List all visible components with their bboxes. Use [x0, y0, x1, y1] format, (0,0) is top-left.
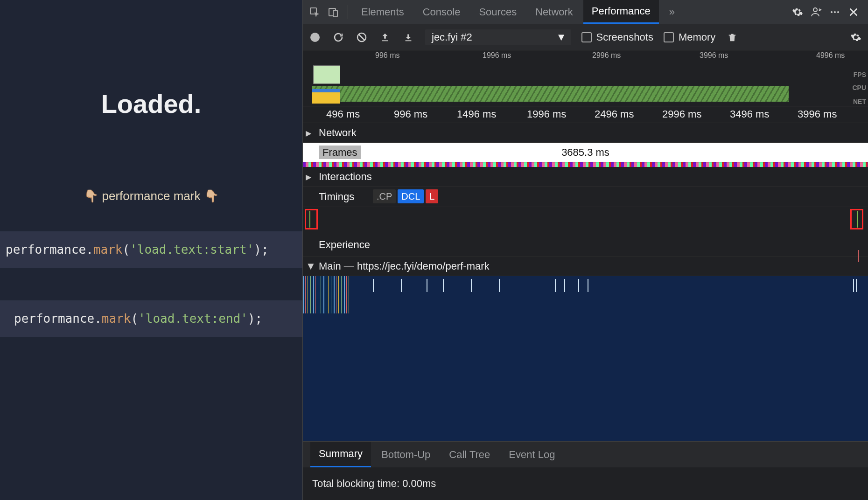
tab-sources[interactable]: Sources: [470, 0, 525, 24]
capture-settings-icon[interactable]: [849, 31, 862, 44]
highlight-box-start: [305, 209, 318, 229]
upload-button[interactable]: [378, 31, 392, 44]
page-heading: Loaded.: [0, 89, 302, 119]
tab-network[interactable]: Network: [527, 0, 581, 24]
code-token-dot: .: [86, 243, 93, 257]
tab-performance[interactable]: Performance: [583, 0, 659, 24]
code-token-object: performance: [14, 312, 94, 326]
code-token-dot: .: [94, 312, 102, 326]
timings-track[interactable]: Timings .CP DCL L: [303, 187, 868, 207]
svg-rect-9: [406, 40, 412, 41]
ruler-tick: 3496 ms: [730, 108, 769, 120]
svg-point-4: [831, 11, 833, 13]
screenshots-checkbox[interactable]: Screenshots: [581, 31, 653, 43]
svg-point-3: [813, 8, 817, 12]
dropdown-caret-icon: ▼: [556, 31, 567, 43]
screenshots-label: Screenshots: [596, 31, 653, 43]
experience-track-label: Experience: [319, 239, 370, 251]
device-toggle-icon[interactable]: [326, 5, 340, 19]
timings-badges: .CP DCL L: [373, 189, 438, 203]
code-token-string: 'load.text:end': [138, 312, 248, 326]
overview-thumbnail: [313, 65, 340, 84]
profile-select[interactable]: jec.fyi #2 ▼: [425, 29, 571, 45]
account-icon[interactable]: [809, 5, 823, 19]
code-token-object: performance: [6, 243, 86, 257]
timings-marks-row: [303, 207, 868, 233]
svg-point-5: [834, 11, 836, 13]
kebab-icon[interactable]: [828, 5, 842, 19]
detail-tabs-bar: Summary Bottom-Up Call Tree Event Log: [303, 441, 868, 467]
devtools-pane: Elements Console Sources Network Perform…: [302, 0, 868, 500]
overview-tick: 4996 ms: [816, 51, 845, 60]
main-flame-chart[interactable]: [303, 276, 868, 441]
detail-tab-call-tree[interactable]: Call Tree: [441, 442, 498, 467]
frames-track-label: Frames: [319, 146, 361, 159]
frames-value: 3685.3 ms: [561, 146, 609, 159]
tab-more[interactable]: »: [661, 0, 683, 24]
ruler-tick: 2496 ms: [595, 108, 634, 120]
overview-strip[interactable]: 996 ms 1996 ms 2996 ms 3996 ms 4996 ms F…: [303, 50, 868, 106]
code-token-close: );: [254, 243, 268, 257]
chevron-down-icon[interactable]: ▼: [306, 260, 316, 272]
detail-tab-event-log[interactable]: Event Log: [500, 442, 563, 467]
clear-button[interactable]: [355, 31, 368, 44]
summary-text: Total blocking time: 0.00ms: [312, 478, 436, 490]
timeline-ruler[interactable]: 496 ms 996 ms 1496 ms 1996 ms 2496 ms 29…: [303, 106, 868, 123]
reload-button[interactable]: [332, 31, 345, 44]
record-button[interactable]: [308, 31, 322, 44]
detail-tab-bottom-up[interactable]: Bottom-Up: [373, 442, 439, 467]
tab-console[interactable]: Console: [414, 0, 469, 24]
chevron-right-icon[interactable]: ▶: [306, 128, 311, 137]
close-icon[interactable]: [847, 5, 861, 19]
detail-tab-summary[interactable]: Summary: [310, 442, 371, 467]
code-token-method: mark: [93, 243, 123, 257]
code-token-open: (: [131, 312, 138, 326]
code-token-open: (: [122, 243, 130, 257]
timeline-area: 496 ms 996 ms 1496 ms 1996 ms 2496 ms 29…: [303, 106, 868, 441]
badge-l[interactable]: L: [426, 189, 438, 203]
tab-elements[interactable]: Elements: [353, 0, 413, 24]
svg-rect-2: [333, 10, 337, 17]
code-snippet-start: performance.mark('load.text:start');: [0, 231, 302, 268]
badge-dcl[interactable]: DCL: [398, 189, 424, 203]
overview-tick: 1996 ms: [483, 51, 511, 60]
overview-body: FPS CPU NET: [303, 62, 868, 106]
ruler-tick: 3996 ms: [798, 108, 837, 120]
network-track[interactable]: ▶ Network: [303, 123, 868, 143]
memory-checkbox[interactable]: Memory: [664, 31, 715, 43]
frames-track[interactable]: Frames 3685.3 ms: [303, 143, 868, 162]
perf-mark-end[interactable]: [857, 211, 858, 228]
tracks-container: ▶ Network Frames 3685.3 ms ▶ Interaction…: [303, 123, 868, 441]
interactions-track[interactable]: ▶ Interactions: [303, 167, 868, 187]
chevron-right-icon[interactable]: ▶: [306, 172, 311, 181]
overview-cpu-band: [312, 86, 789, 102]
profile-select-label: jec.fyi #2: [432, 31, 472, 43]
overview-net-label: NET: [853, 98, 866, 105]
ruler-tick: 996 ms: [394, 108, 427, 120]
experience-track[interactable]: Experience: [303, 233, 868, 257]
code-token-method: mark: [102, 312, 131, 326]
interactions-track-label: Interactions: [319, 171, 372, 183]
settings-icon[interactable]: [791, 5, 805, 19]
inspect-icon[interactable]: [308, 5, 322, 19]
separator: [348, 5, 348, 19]
code-snippet-end: performance.mark('load.text:end');: [0, 300, 302, 337]
memory-label: Memory: [679, 31, 715, 43]
trash-button[interactable]: [726, 31, 739, 44]
timings-track-label: Timings: [319, 191, 354, 203]
overview-cpu-label: CPU: [852, 84, 866, 91]
ruler-tick: 1996 ms: [527, 108, 566, 120]
overview-fps-label: FPS: [854, 71, 866, 78]
perf-mark-start[interactable]: [309, 211, 310, 228]
svg-rect-8: [382, 40, 388, 41]
main-track-header[interactable]: ▼ Main — https://jec.fyi/demo/perf-mark: [303, 257, 868, 276]
svg-rect-10: [729, 35, 736, 35]
network-track-label: Network: [319, 127, 357, 139]
performance-toolbar: jec.fyi #2 ▼ Screenshots Memory: [303, 24, 868, 50]
ruler-tick: 2996 ms: [662, 108, 701, 120]
badge-cp[interactable]: .CP: [373, 189, 396, 203]
download-button[interactable]: [402, 31, 415, 44]
ruler-tick: 1496 ms: [457, 108, 496, 120]
overview-tick: 996 ms: [375, 51, 399, 60]
devtools-tabs-bar: Elements Console Sources Network Perform…: [303, 0, 868, 24]
